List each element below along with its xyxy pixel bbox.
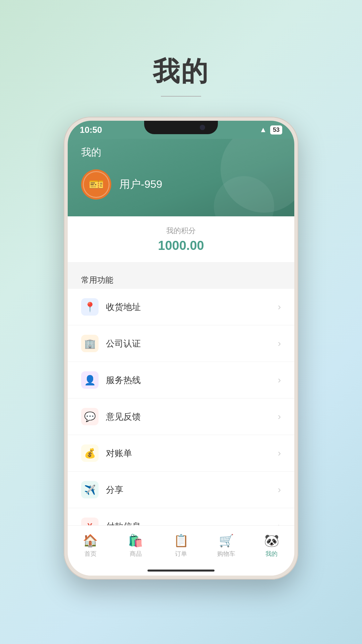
status-time: 10:50 [80, 125, 102, 135]
camera-dot [200, 125, 205, 130]
menu-item-share[interactable]: ✈️ 分享 › [68, 472, 294, 508]
feedback-icon: 💬 [84, 411, 96, 422]
menu-label-service: 服务热线 [106, 374, 278, 386]
nav-item-products[interactable]: 🛍️ 商品 [113, 534, 158, 558]
payment-icon: ¥ [87, 521, 92, 526]
menu-label-feedback: 意见反馈 [106, 411, 278, 423]
menu-label-payment: 付款信息 [106, 521, 278, 526]
menu-icon-payment: ¥ [81, 518, 99, 525]
arrow-address: › [278, 302, 281, 312]
wifi-icon: ▲ [259, 125, 267, 134]
bottom-nav: 🏠 首页 🛍️ 商品 📋 订单 🛒 购物车 🐼 我的 [68, 525, 294, 566]
menu-item-company[interactable]: 🏢 公司认证 › [68, 325, 294, 362]
menu-item-payment[interactable]: ¥ 付款信息 › [68, 508, 294, 525]
menu-list: 📍 收货地址 › 🏢 公司认证 › 👤 服务热线 [68, 289, 294, 525]
points-card: 我的积分 1000.00 [68, 216, 294, 263]
nav-label-products: 商品 [130, 550, 142, 558]
points-label: 我的积分 [81, 226, 281, 236]
nav-item-mine[interactable]: 🐼 我的 [249, 534, 294, 558]
menu-label-statement: 对账单 [106, 447, 278, 459]
menu-label-share: 分享 [106, 484, 278, 496]
menu-label-company: 公司认证 [106, 338, 278, 350]
app-header: 我的 🎫 用户-959 [68, 139, 294, 216]
home-icon: 🏠 [83, 534, 98, 548]
bottom-indicator [68, 566, 294, 576]
nav-label-mine: 我的 [265, 550, 278, 558]
arrow-payment: › [278, 521, 281, 525]
header-title: 我的 [81, 146, 281, 159]
menu-item-statement[interactable]: 💰 对账单 › [68, 435, 294, 472]
nav-item-cart[interactable]: 🛒 购物车 [204, 534, 249, 558]
menu-icon-statement: 💰 [81, 444, 99, 462]
arrow-share: › [278, 484, 281, 495]
arrow-feedback: › [278, 411, 281, 422]
arrow-company: › [278, 338, 281, 349]
scroll-content[interactable]: 我的积分 1000.00 常用功能 📍 收货地址 › 🏢 [68, 216, 294, 525]
share-icon: ✈️ [84, 484, 96, 495]
nav-label-cart: 购物车 [217, 550, 235, 558]
battery-badge: 53 [270, 125, 282, 135]
menu-item-address[interactable]: 📍 收货地址 › [68, 289, 294, 325]
username: 用户-959 [119, 177, 162, 192]
service-icon: 👤 [84, 375, 96, 386]
phone-screen: 10:50 ▲ 53 我的 🎫 用户-959 我的积分 [68, 121, 294, 576]
menu-item-feedback[interactable]: 💬 意见反馈 › [68, 398, 294, 435]
orders-icon: 📋 [174, 534, 189, 548]
section-title: 常用功能 [68, 268, 294, 289]
menu-label-address: 收货地址 [106, 301, 278, 313]
address-icon: 📍 [84, 302, 96, 313]
company-icon: 🏢 [84, 338, 96, 349]
menu-icon-company: 🏢 [81, 335, 99, 352]
user-row: 🎫 用户-959 [81, 169, 281, 200]
avatar-inner: 🎫 [83, 171, 110, 198]
arrow-statement: › [278, 448, 281, 459]
menu-icon-address: 📍 [81, 298, 99, 316]
statement-icon: 💰 [84, 448, 96, 459]
indicator-bar [147, 570, 215, 572]
nav-label-home: 首页 [84, 550, 97, 558]
status-right: ▲ 53 [259, 125, 282, 135]
avatar: 🎫 [81, 169, 111, 200]
menu-icon-service: 👤 [81, 371, 99, 389]
notch [144, 121, 218, 134]
points-value: 1000.00 [81, 238, 281, 253]
page-title-area: 我的 [153, 54, 209, 97]
menu-icon-share: ✈️ [81, 481, 99, 498]
mine-icon: 🐼 [264, 534, 279, 548]
cart-icon: 🛒 [219, 534, 234, 548]
nav-item-home[interactable]: 🏠 首页 [68, 534, 113, 558]
nav-item-orders[interactable]: 📋 订单 [158, 534, 203, 558]
title-divider [161, 96, 201, 97]
menu-icon-feedback: 💬 [81, 408, 99, 425]
arrow-service: › [278, 375, 281, 385]
products-icon: 🛍️ [128, 534, 143, 548]
phone-frame: 10:50 ▲ 53 我的 🎫 用户-959 我的积分 [64, 117, 298, 580]
page-title: 我的 [153, 54, 209, 90]
avatar-icon: 🎫 [89, 177, 104, 192]
nav-label-orders: 订单 [175, 550, 187, 558]
menu-item-service[interactable]: 👤 服务热线 › [68, 362, 294, 398]
